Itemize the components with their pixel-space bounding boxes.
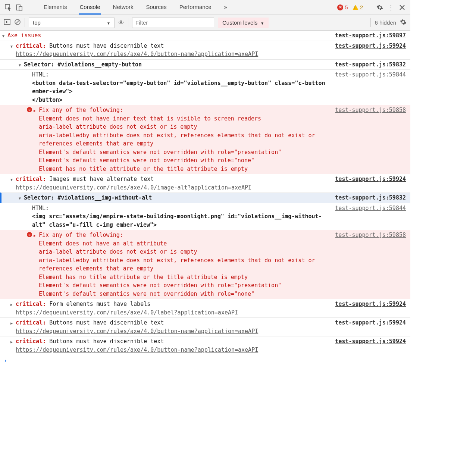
sidebar-toggle-icon[interactable] (4, 19, 10, 26)
disclosure-triangle-icon[interactable] (10, 319, 16, 327)
warning-icon (353, 5, 358, 10)
selector-value: #violations__empty-button (54, 61, 142, 68)
fix-line: aria-label attribute does not exist or i… (39, 248, 197, 255)
chevron-down-icon (260, 19, 264, 26)
tab-console[interactable]: Console (79, 0, 101, 15)
separator (128, 18, 128, 27)
html-label: HTML: (32, 205, 49, 211)
disclosure-triangle-icon[interactable] (10, 175, 16, 184)
rule-url[interactable]: https://dequeuniversity.com/rules/axe/4.… (16, 51, 258, 57)
levels-label: Custom levels (222, 19, 257, 26)
fix-line: Element does not have an alt attribute (39, 240, 167, 247)
disclosure-triangle-icon[interactable] (19, 194, 24, 202)
html-row: HTML: <button data-test-selector="empty-… (0, 69, 410, 105)
fix-title: Fix any of the following: (39, 232, 123, 238)
selector-label: Selector: (24, 194, 54, 201)
context-value: top (33, 19, 41, 26)
warning-count-value: 2 (360, 4, 363, 10)
issue-row[interactable]: critical: Buttons must have discernible … (0, 41, 410, 59)
eye-icon[interactable] (118, 19, 124, 26)
context-selector[interactable]: top (29, 18, 115, 28)
console-prompt[interactable]: › (0, 355, 410, 367)
issue-message: Buttons must have discernible text (46, 338, 164, 345)
tab-network[interactable]: Network (112, 0, 134, 15)
rule-url[interactable]: https://dequeuniversity.com/rules/axe/4.… (16, 309, 238, 316)
inspect-icon[interactable] (4, 3, 13, 12)
group-title: Axe issues (7, 31, 41, 40)
clear-console-icon[interactable] (14, 19, 21, 26)
rule-url[interactable]: https://dequeuniversity.com/rules/axe/4.… (16, 347, 258, 353)
fix-line: aria-labelledby attribute does not exist… (39, 257, 315, 272)
disclosure-triangle-icon[interactable] (19, 60, 24, 69)
source-link[interactable]: test-support.js:59924 (335, 337, 406, 354)
fix-line: Element's default semantics were not ove… (39, 291, 254, 297)
filter-input[interactable] (132, 18, 214, 28)
disclosure-triangle-icon[interactable] (34, 231, 39, 239)
source-link[interactable]: test-support.js:59832 (335, 60, 406, 69)
html-code: <img src="assets/img/empire-state-buildi… (32, 213, 322, 228)
warning-count[interactable]: 2 (353, 4, 363, 10)
rule-url[interactable]: https://dequeuniversity.com/rules/axe/4.… (16, 184, 251, 191)
source-link[interactable]: test-support.js:59844 (335, 70, 406, 104)
close-icon[interactable] (398, 3, 407, 12)
source-link[interactable]: test-support.js:59858 (335, 231, 406, 298)
selector-value: #violations__img-without-alt (54, 194, 152, 201)
console-output: Axe issues test-support.js:59897 critica… (0, 31, 410, 367)
source-link[interactable]: test-support.js:59924 (335, 175, 406, 192)
fix-block: ✕ Fix any of the following: Element does… (0, 230, 410, 299)
tab-elements[interactable]: Elements (43, 0, 68, 15)
error-count-value: 5 (345, 4, 348, 10)
rule-url[interactable]: https://dequeuniversity.com/rules/axe/4.… (16, 328, 258, 335)
hidden-count[interactable]: 6 hidden (375, 19, 396, 26)
console-settings-gear-icon[interactable] (400, 19, 407, 26)
selector-row[interactable]: Selector: #violations__empty-button test… (0, 59, 410, 70)
fix-block: ✕ Fix any of the following: Element does… (0, 105, 410, 174)
console-toolbar: top Custom levels 6 hidden (0, 15, 410, 31)
severity-label: critical: (16, 43, 46, 49)
issue-row[interactable]: critical: Buttons must have discernible … (0, 336, 410, 355)
fix-line: aria-label attribute does not exist or i… (39, 123, 197, 130)
source-link[interactable]: test-support.js:59924 (335, 300, 406, 317)
issue-row[interactable]: critical: Form elements must have labels… (0, 299, 410, 317)
source-link[interactable]: test-support.js:59924 (335, 319, 406, 335)
log-levels-selector[interactable]: Custom levels (218, 18, 269, 28)
separator (30, 3, 30, 12)
source-link[interactable]: test-support.js:59832 (335, 194, 406, 202)
severity-label: critical: (16, 338, 46, 345)
separator (370, 18, 371, 27)
error-count[interactable]: ✕ 5 (337, 4, 348, 10)
prompt-chevron-icon: › (4, 357, 7, 365)
error-icon: ✕ (27, 232, 32, 237)
device-toggle-icon[interactable] (15, 3, 24, 12)
disclosure-triangle-icon[interactable] (10, 42, 16, 50)
issue-row[interactable]: critical: Buttons must have discernible … (0, 317, 410, 336)
selector-row-selected[interactable]: Selector: #violations__img-without-alt t… (0, 192, 410, 203)
disclosure-triangle-icon[interactable] (10, 337, 16, 346)
disclosure-triangle-icon[interactable] (10, 300, 16, 308)
source-link[interactable]: test-support.js:59924 (335, 42, 406, 59)
fix-line: aria-labelledby attribute does not exist… (39, 132, 315, 147)
fix-title: Fix any of the following: (39, 107, 123, 113)
disclosure-triangle-icon[interactable] (2, 31, 7, 40)
html-row: HTML: <img src="assets/img/empire-state-… (0, 203, 410, 230)
selector-label: Selector: (24, 61, 54, 68)
separator (369, 3, 369, 12)
chevron-down-icon (107, 19, 110, 26)
source-link[interactable]: test-support.js:59858 (335, 106, 406, 173)
kebab-menu-icon[interactable]: ⋮ (386, 3, 395, 12)
source-link[interactable]: test-support.js:59897 (335, 31, 406, 40)
fix-line: Element's default semantics were not ove… (39, 282, 281, 289)
devtools-tabbar: Elements Console Network Sources Perform… (0, 0, 410, 15)
svg-line-5 (16, 20, 19, 24)
disclosure-triangle-icon[interactable] (34, 106, 39, 115)
tab-performance[interactable]: Performance (179, 0, 212, 15)
source-link[interactable]: test-support.js:59844 (335, 204, 406, 229)
error-icon: ✕ (337, 4, 343, 10)
group-header[interactable]: Axe issues test-support.js:59897 (0, 31, 410, 41)
tab-sources[interactable]: Sources (145, 0, 167, 15)
issue-row[interactable]: critical: Images must have alternate tex… (0, 174, 410, 192)
fix-line: Element does not have inner text that is… (39, 115, 261, 122)
tab-more[interactable]: » (223, 0, 228, 15)
error-icon: ✕ (27, 107, 32, 112)
gear-icon[interactable] (375, 3, 384, 12)
